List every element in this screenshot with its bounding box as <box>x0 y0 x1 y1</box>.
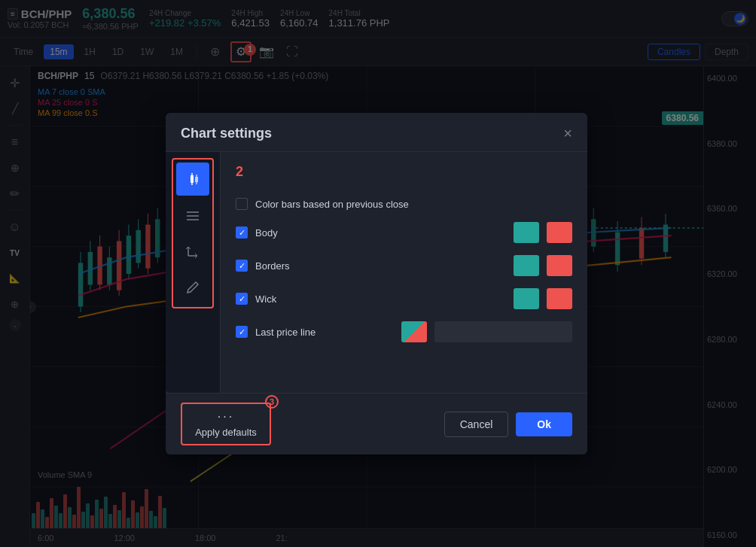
section-number-2: 2 <box>236 164 572 180</box>
last-price-color-swatch[interactable] <box>401 321 427 342</box>
body-checkbox[interactable] <box>236 226 248 239</box>
last-price-line-swatch[interactable] <box>434 321 573 342</box>
color-bars-label: Color bars based on previous close <box>255 199 409 210</box>
modal-tab-candles[interactable] <box>176 163 209 196</box>
modal-tab-pencil[interactable] <box>176 271 209 304</box>
modal-body: 2 Color bars based on previous close Bod… <box>166 152 587 393</box>
last-price-label: Last price line <box>255 327 394 338</box>
modal-tab-panel <box>166 152 221 393</box>
apply-defaults-dots: ··· <box>218 410 234 424</box>
wick-color-green[interactable] <box>514 288 539 309</box>
modal-tab-lines[interactable] <box>176 199 209 232</box>
chart-settings-modal: Chart settings × <box>166 113 587 454</box>
modal-tab-axes[interactable] <box>176 235 209 268</box>
apply-defaults-btn[interactable]: ··· Apply defaults <box>181 403 271 445</box>
modal-tabs-wrapper <box>172 158 214 308</box>
badge-3: 3 <box>265 395 279 409</box>
apply-defaults-label: Apply defaults <box>195 427 257 438</box>
wick-label: Wick <box>255 293 506 305</box>
ok-btn[interactable]: Ok <box>516 412 572 436</box>
wick-row: Wick <box>236 288 572 309</box>
modal-content: 2 Color bars based on previous close Bod… <box>221 152 587 393</box>
body-color-red[interactable] <box>547 222 572 243</box>
cancel-btn[interactable]: Cancel <box>444 412 509 437</box>
modal-title: Chart settings <box>181 126 272 141</box>
wick-checkbox[interactable] <box>236 293 248 305</box>
last-price-row: Last price line <box>236 321 572 342</box>
color-bars-row: Color bars based on previous close <box>236 198 572 210</box>
modal-header: Chart settings × <box>166 113 587 152</box>
borders-checkbox[interactable] <box>236 260 248 272</box>
footer-right: Cancel Ok <box>444 412 572 437</box>
svg-rect-59 <box>191 175 194 183</box>
color-bars-checkbox[interactable] <box>236 198 248 210</box>
modal-close-btn[interactable]: × <box>563 125 572 142</box>
apply-defaults-wrapper: ··· Apply defaults 3 <box>181 403 271 445</box>
borders-color-red[interactable] <box>547 255 572 276</box>
last-price-checkbox[interactable] <box>236 326 248 338</box>
wick-color-red[interactable] <box>547 288 572 309</box>
body-row: Body <box>236 222 572 243</box>
borders-label: Borders <box>255 260 506 272</box>
borders-row: Borders <box>236 255 572 276</box>
body-label: Body <box>255 227 506 239</box>
svg-rect-62 <box>195 177 198 182</box>
modal-footer: ··· Apply defaults 3 Cancel Ok <box>166 393 587 454</box>
borders-color-green[interactable] <box>514 255 539 276</box>
body-color-green[interactable] <box>514 222 539 243</box>
